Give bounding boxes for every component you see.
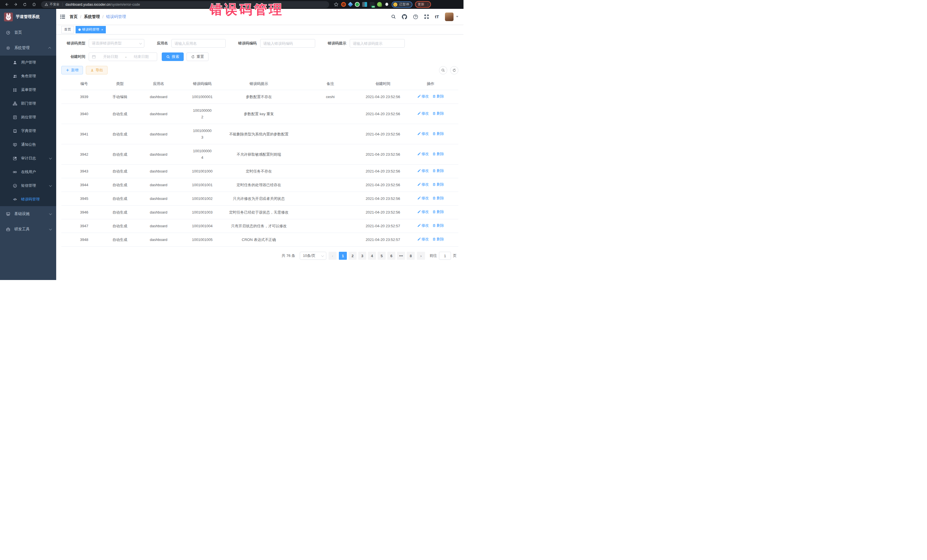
- sidebar-item-infra[interactable]: 基础设施: [0, 206, 56, 222]
- delete-button[interactable]: 删除: [432, 237, 444, 242]
- sidebar-item-role[interactable]: 角色管理: [0, 69, 56, 83]
- app-name-label: 应用名: [157, 41, 168, 46]
- users-icon: [12, 74, 17, 78]
- sidebar-item-notice[interactable]: 通知公告: [0, 138, 56, 152]
- sidebar-item-online[interactable]: 在线用户: [0, 165, 56, 179]
- sidebar-item-home[interactable]: 首页: [0, 25, 56, 40]
- browser-update-button[interactable]: 更新 ⋮: [415, 1, 431, 8]
- edit-button[interactable]: 修改: [417, 131, 429, 136]
- show-search-toggle-button[interactable]: [439, 66, 447, 74]
- extension-icon-gem[interactable]: [348, 2, 353, 7]
- page-button-4[interactable]: 4: [368, 252, 376, 260]
- browser-menu-kebab-icon[interactable]: ⋮: [426, 4, 428, 5]
- bookmark-star-icon[interactable]: [334, 2, 339, 7]
- page-button-1[interactable]: 1: [339, 252, 347, 260]
- help-question-icon[interactable]: [413, 14, 418, 20]
- edit-button[interactable]: 修改: [417, 94, 429, 99]
- add-button[interactable]: 新增: [61, 66, 83, 74]
- sidebar-item-sms[interactable]: 短信管理: [0, 179, 56, 193]
- extension-icon-orange[interactable]: [341, 2, 346, 7]
- errorcode-hint-input[interactable]: [353, 41, 401, 46]
- edit-button[interactable]: 修改: [417, 223, 429, 228]
- user-avatar[interactable]: [445, 12, 453, 21]
- page-button-3[interactable]: 3: [358, 252, 366, 260]
- page-ellipsis[interactable]: •••: [397, 252, 405, 260]
- cell-remark: [298, 178, 363, 192]
- tag-active[interactable]: 错误码管理×: [76, 26, 106, 33]
- edit-button[interactable]: 修改: [417, 152, 429, 156]
- sidebar-item-menu[interactable]: 菜单管理: [0, 83, 56, 97]
- app-name-input[interactable]: [175, 41, 222, 46]
- table-row: 3942自动生成dashboard100100000 4不允许获取敏感配置到前端…: [61, 144, 458, 164]
- extension-icon-on-badge[interactable]: on: [370, 2, 374, 7]
- page-button-8[interactable]: 8: [407, 252, 415, 260]
- font-size-icon[interactable]: tT: [435, 14, 439, 19]
- tag-close-icon[interactable]: ×: [101, 28, 103, 31]
- online-icon: [12, 170, 17, 174]
- prev-page-button[interactable]: ‹: [328, 252, 337, 260]
- browser-profile-chip[interactable]: 已暂停: [392, 2, 412, 8]
- cell-created-time: 2021-04-20 23:52:56: [363, 144, 403, 164]
- refresh-table-button[interactable]: [450, 66, 458, 74]
- edit-button[interactable]: 修改: [417, 209, 429, 214]
- page-button-6[interactable]: 6: [388, 252, 395, 260]
- delete-button[interactable]: 删除: [432, 196, 444, 201]
- page-size-select[interactable]: 10条/页: [300, 252, 326, 260]
- export-button[interactable]: 导出: [86, 66, 108, 74]
- edit-button[interactable]: 修改: [417, 196, 429, 201]
- delete-button[interactable]: 删除: [432, 94, 444, 99]
- breadcrumb-item[interactable]: 系统管理: [84, 14, 100, 20]
- app-title: 芋道管理系统: [16, 14, 40, 20]
- sidebar-item-devtools[interactable]: 研发工具: [0, 222, 56, 237]
- errorcode-type-select[interactable]: 请选择错误码类型: [89, 39, 144, 48]
- edit-button[interactable]: 修改: [417, 182, 429, 187]
- sidebar-item-dept[interactable]: 部门管理: [0, 97, 56, 110]
- delete-button[interactable]: 删除: [432, 111, 444, 116]
- next-page-button[interactable]: ›: [417, 252, 425, 260]
- address-bar[interactable]: 不安全 dashboard.yudao.iocoder.cn/system/er…: [41, 1, 329, 8]
- app-logo-row[interactable]: 芋道管理系统: [0, 9, 56, 25]
- edit-button[interactable]: 修改: [417, 237, 429, 242]
- edit-button[interactable]: 修改: [417, 168, 429, 173]
- cell-id: 3943: [61, 164, 107, 178]
- filter-row-1: 错误码类型 请选择错误码类型 应用名 错误码编码 错误码提示: [61, 39, 458, 48]
- delete-button[interactable]: 删除: [432, 223, 444, 228]
- delete-button[interactable]: 删除: [432, 168, 444, 173]
- hamburger-menu-icon[interactable]: [60, 15, 65, 19]
- sidebar-item-post[interactable]: 岗位管理: [0, 110, 56, 124]
- delete-button[interactable]: 删除: [432, 209, 444, 214]
- browser-home-button[interactable]: [30, 1, 38, 8]
- extension-icon-squares[interactable]: [362, 2, 367, 7]
- errorcode-code-input[interactable]: [263, 41, 312, 46]
- breadcrumb-item[interactable]: 首页: [70, 14, 78, 20]
- header-search-icon[interactable]: [391, 14, 396, 19]
- extensions-puzzle-icon[interactable]: [384, 2, 389, 7]
- tag-view[interactable]: 首页: [61, 26, 74, 33]
- delete-button[interactable]: 删除: [432, 131, 444, 136]
- sidebar-item-errorcode[interactable]: </>错误码管理: [0, 193, 56, 206]
- extension-icon-green-circle[interactable]: [355, 2, 360, 7]
- delete-button[interactable]: 删除: [432, 152, 444, 156]
- page-button-2[interactable]: 2: [348, 252, 357, 260]
- delete-button[interactable]: 删除: [432, 182, 444, 187]
- extension-icon-key[interactable]: [377, 2, 382, 7]
- page-button-5[interactable]: 5: [378, 252, 386, 260]
- browser-back-button[interactable]: [3, 1, 10, 8]
- goto-page-input[interactable]: [439, 252, 451, 260]
- search-button[interactable]: 搜索: [162, 52, 184, 61]
- sidebar-item-user[interactable]: 用户管理: [0, 56, 56, 69]
- browser-forward-button[interactable]: [12, 1, 20, 8]
- avatar-caret-down-icon[interactable]: [456, 16, 458, 17]
- date-range-picker[interactable]: 开始日期 - 结束日期: [89, 52, 157, 61]
- sidebar-item-audit[interactable]: 审计日志: [0, 152, 56, 165]
- reset-button[interactable]: 重置: [187, 52, 208, 61]
- sidebar-item-label: 系统管理: [14, 46, 47, 50]
- tags-view-bar: 首页错误码管理×: [56, 25, 464, 35]
- browser-reload-button[interactable]: [21, 1, 29, 8]
- edit-button[interactable]: 修改: [417, 111, 429, 116]
- github-icon[interactable]: [402, 14, 407, 20]
- not-secure-warning[interactable]: 不安全: [44, 2, 59, 6]
- sidebar-item-dict[interactable]: 字典管理: [0, 124, 56, 138]
- sidebar-item-system[interactable]: 系统管理: [0, 40, 56, 56]
- fullscreen-icon[interactable]: [424, 14, 429, 19]
